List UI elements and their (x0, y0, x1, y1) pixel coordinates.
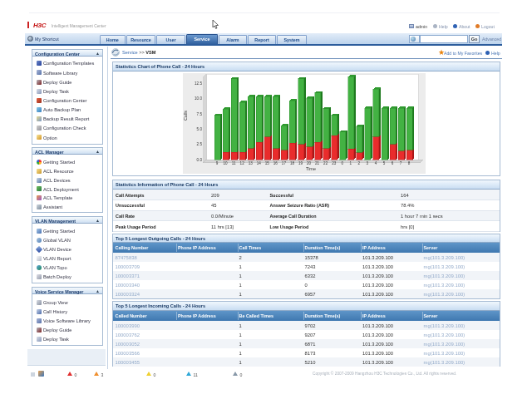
svg-text:12.5: 12.5 (195, 81, 202, 86)
svg-text:23: 23 (332, 161, 337, 165)
svg-text:0.0: 0.0 (197, 158, 203, 162)
svg-text:20: 20 (307, 161, 312, 165)
svg-text:5: 5 (383, 161, 386, 165)
svg-text:8: 8 (408, 161, 411, 165)
svg-text:9: 9 (216, 161, 219, 165)
svg-text:1: 1 (350, 161, 352, 165)
svg-text:21: 21 (315, 161, 320, 165)
svg-text:2: 2 (358, 161, 361, 165)
svg-text:17: 17 (282, 161, 287, 165)
svg-text:22: 22 (323, 161, 328, 165)
svg-text:16: 16 (273, 161, 278, 165)
svg-text:6: 6 (392, 161, 394, 165)
svg-text:Time: Time (306, 166, 316, 171)
svg-text:Calls: Calls (183, 111, 188, 121)
svg-text:18: 18 (290, 161, 295, 165)
svg-text:10: 10 (223, 161, 228, 165)
svg-text:11: 11 (232, 161, 236, 165)
svg-text:10.0: 10.0 (195, 96, 202, 101)
svg-text:15: 15 (265, 161, 270, 165)
svg-text:3: 3 (367, 161, 369, 165)
svg-text:2.5: 2.5 (197, 142, 203, 146)
svg-text:7: 7 (400, 161, 402, 165)
svg-text:0: 0 (341, 161, 343, 165)
svg-text:12: 12 (240, 161, 245, 165)
svg-text:4: 4 (375, 161, 377, 165)
svg-text:13: 13 (249, 161, 254, 165)
svg-text:5.0: 5.0 (197, 127, 203, 131)
svg-text:7.5: 7.5 (197, 112, 203, 116)
svg-text:19: 19 (298, 161, 303, 165)
svg-text:14: 14 (257, 161, 262, 165)
